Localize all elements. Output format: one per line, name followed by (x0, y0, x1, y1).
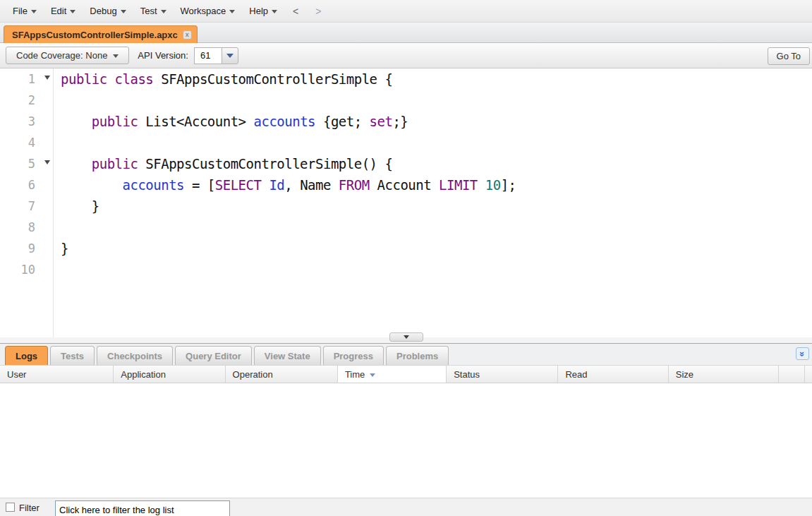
code-token: SELECT (215, 177, 262, 193)
code-token: 10 (485, 177, 501, 193)
code-token (61, 177, 123, 193)
logs-panel: » LogsTestsCheckpointsQuery EditorView S… (0, 343, 812, 516)
line-number: 1 (0, 68, 53, 90)
line-number: 8 (0, 217, 53, 238)
column-header-read[interactable]: Read (558, 366, 668, 383)
code-token: = [ (184, 177, 215, 193)
line-number: 10 (0, 259, 53, 280)
splitter-collapse-handle[interactable] (389, 332, 423, 342)
api-version-dropdown-button[interactable] (222, 47, 238, 64)
log-table-body[interactable] (0, 383, 812, 499)
code-line[interactable] (54, 259, 812, 280)
column-header-size[interactable]: Size (669, 366, 779, 383)
tab-query-editor[interactable]: Query Editor (175, 346, 252, 365)
code-token: SFAppsCustomControllerSimple { (153, 71, 392, 87)
line-number: 9 (0, 238, 53, 259)
code-line[interactable]: } (54, 196, 812, 217)
code-token: accounts (123, 177, 185, 193)
collapse-panel-button[interactable]: » (796, 347, 809, 360)
column-label: Time (345, 369, 365, 380)
filter-checkbox-label: Filter (19, 503, 40, 513)
nav-forward-button[interactable]: > (307, 3, 329, 20)
column-header-time[interactable]: Time (338, 366, 447, 383)
filter-input[interactable] (55, 500, 230, 516)
tab-checkpoints[interactable]: Checkpoints (97, 346, 173, 365)
column-header-operation[interactable]: Operation (226, 366, 338, 383)
menu-debug[interactable]: Debug (83, 2, 133, 20)
menu-label: Workspace (181, 6, 226, 16)
menu-help[interactable]: Help (242, 2, 284, 20)
fold-toggle-icon[interactable] (44, 76, 50, 80)
menu-file[interactable]: File (6, 2, 44, 20)
tab-progress[interactable]: Progress (323, 346, 384, 365)
chevron-down-icon (31, 10, 37, 13)
column-label: Operation (233, 369, 273, 380)
chevron-down-icon (161, 10, 166, 13)
code-editor[interactable]: 12345678910 public class SFAppsCustomCon… (0, 68, 812, 337)
tab-tests[interactable]: Tests (50, 346, 95, 365)
chevron-down-icon (404, 335, 409, 339)
tab-logs[interactable]: Logs (5, 346, 48, 365)
code-token (261, 177, 269, 193)
code-line[interactable] (54, 90, 812, 111)
code-line[interactable]: public List<Account> accounts {get; set;… (54, 111, 812, 132)
chevron-down-icon (229, 10, 235, 13)
editor-tab-apex-class[interactable]: SFAppsCustomControllerSimple.apxc x (4, 25, 198, 43)
line-number: 6 (0, 174, 53, 196)
menu-edit[interactable]: Edit (44, 2, 83, 20)
column-header-empty (779, 366, 805, 383)
code-line[interactable] (54, 132, 812, 153)
code-token: } (61, 198, 99, 214)
column-label: Read (565, 369, 587, 380)
menu-label: Edit (51, 6, 66, 16)
code-coverage-label: Code Coverage: None (16, 50, 107, 61)
close-tab-icon[interactable]: x (183, 30, 192, 40)
tab-view-state[interactable]: View State (254, 346, 321, 365)
code-line[interactable]: } (54, 238, 812, 259)
column-header-filler (805, 366, 812, 383)
code-token: Account (370, 177, 439, 193)
code-line[interactable]: accounts = [SELECT Id, Name FROM Account… (54, 174, 812, 196)
menu-workspace[interactable]: Workspace (174, 2, 243, 20)
fold-toggle-icon[interactable] (44, 160, 50, 164)
filter-checkbox[interactable] (6, 503, 15, 512)
menu-label: File (13, 6, 28, 16)
api-version-value[interactable]: 61 (194, 47, 222, 64)
menu-test[interactable]: Test (133, 2, 174, 20)
code-line[interactable] (54, 217, 812, 238)
code-area[interactable]: public class SFAppsCustomControllerSimpl… (54, 68, 812, 280)
panel-splitter[interactable] (0, 337, 812, 343)
column-header-user[interactable]: User (0, 366, 114, 383)
menu-label: Help (249, 6, 268, 16)
sort-descending-icon (370, 373, 375, 377)
chevron-down-icon (70, 10, 75, 13)
column-label: Application (121, 369, 166, 380)
column-header-status[interactable]: Status (447, 366, 558, 383)
code-token: accounts (254, 114, 316, 129)
chevron-down-icon (226, 54, 234, 58)
nav-back-button[interactable]: < (284, 3, 307, 20)
code-token (61, 156, 92, 172)
code-line[interactable]: public class SFAppsCustomControllerSimpl… (54, 68, 812, 90)
code-line[interactable]: public SFAppsCustomControllerSimple() { (54, 153, 812, 174)
tab-problems[interactable]: Problems (386, 346, 449, 365)
column-header-application[interactable]: Application (114, 366, 225, 383)
code-token: {get; (315, 114, 370, 129)
code-token: List<Account> (138, 114, 253, 129)
column-label: Size (676, 369, 693, 380)
go-to-button[interactable]: Go To (768, 47, 810, 65)
code-coverage-dropdown[interactable]: Code Coverage: None (6, 47, 129, 64)
api-version-label: API Version: (138, 50, 188, 61)
line-number: 2 (0, 90, 53, 111)
column-label: User (7, 369, 26, 380)
code-token (478, 177, 485, 193)
column-label: Status (454, 369, 480, 380)
menu-label: Test (140, 6, 157, 16)
code-token: public (92, 114, 138, 129)
code-token: } (61, 241, 68, 256)
line-number: 4 (0, 132, 53, 153)
code-token: FROM (339, 177, 370, 193)
code-token: SFAppsCustomControllerSimple() { (138, 156, 392, 172)
code-token: ;} (392, 114, 408, 129)
code-token: Id (269, 177, 284, 193)
